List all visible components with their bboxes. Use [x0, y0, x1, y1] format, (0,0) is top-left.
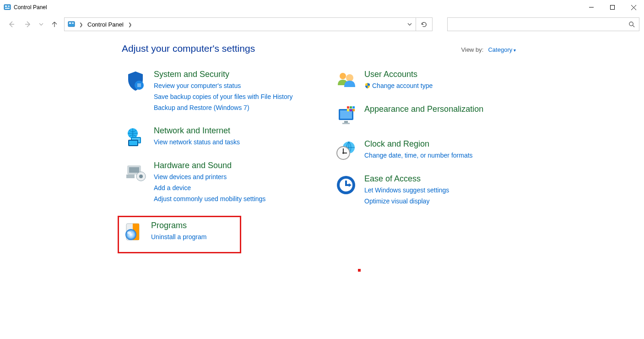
svg-rect-41 — [350, 109, 352, 111]
view-by: View by: Category — [461, 46, 516, 53]
category-title[interactable]: User Accounts — [364, 70, 433, 79]
category-body: Network and InternetView network status … — [154, 126, 240, 148]
appearance-icon[interactable] — [335, 104, 357, 126]
category-body: System and SecurityReview your computer'… — [154, 70, 292, 113]
svg-line-14 — [633, 25, 634, 27]
svg-rect-0 — [4, 5, 11, 10]
category-body: Hardware and SoundView devices and print… — [154, 161, 265, 204]
svg-point-25 — [139, 175, 143, 178]
category-ease-access: Ease of AccessLet Windows suggest settin… — [332, 172, 529, 209]
category-link[interactable]: Save backup copies of your files with Fi… — [154, 92, 292, 103]
category-link[interactable]: View devices and printers — [154, 172, 265, 183]
titlebar: Control Panel — [0, 0, 644, 15]
category-link[interactable]: Review your computer's status — [154, 81, 292, 92]
control-panel-icon — [4, 4, 11, 11]
navigation-row: ❯ Control Panel ❯ — [0, 15, 644, 34]
category-link[interactable]: Optimize visual display — [364, 196, 449, 207]
category-columns: System and SecurityReview your computer'… — [122, 68, 617, 262]
svg-rect-11 — [69, 22, 71, 24]
category-title[interactable]: Hardware and Sound — [154, 161, 265, 170]
svg-rect-36 — [342, 123, 350, 124]
hardware-sound-icon[interactable] — [124, 161, 146, 183]
category-hardware-sound: Hardware and SoundView devices and print… — [122, 159, 319, 206]
annotation-dot — [358, 269, 361, 272]
svg-rect-35 — [344, 121, 348, 123]
address-bar[interactable]: ❯ Control Panel ❯ — [64, 17, 416, 31]
svg-rect-21 — [129, 141, 137, 145]
svg-rect-5 — [611, 5, 615, 10]
recent-dropdown[interactable] — [38, 17, 45, 31]
category-title[interactable]: Network and Internet — [154, 126, 240, 136]
category-link[interactable]: Add a device — [154, 183, 265, 194]
window-title: Control Panel — [14, 4, 47, 11]
search-box[interactable] — [447, 17, 639, 31]
category-link[interactable]: Change date, time, or number formats — [364, 150, 473, 161]
svg-rect-40 — [347, 109, 349, 111]
breadcrumb-item[interactable]: Control Panel — [87, 21, 124, 28]
close-button[interactable] — [623, 0, 644, 15]
left-column: System and SecurityReview your computer'… — [122, 68, 319, 262]
svg-rect-1 — [5, 5, 7, 7]
category-title[interactable]: Appearance and Personalization — [364, 104, 483, 114]
page-heading: Adjust your computer's settings — [122, 43, 255, 54]
svg-point-29 — [125, 229, 136, 240]
window-controls — [581, 0, 644, 15]
chevron-right-icon[interactable]: ❯ — [77, 22, 85, 27]
svg-rect-16 — [137, 83, 141, 87]
category-title[interactable]: Programs — [151, 221, 206, 230]
category-appearance: Appearance and Personalization — [332, 103, 529, 128]
svg-point-30 — [127, 231, 131, 234]
svg-rect-12 — [72, 22, 74, 24]
category-link[interactable]: Change account type — [364, 81, 433, 92]
refresh-button[interactable] — [416, 17, 433, 31]
svg-rect-26 — [126, 175, 135, 178]
category-body: Appearance and Personalization — [364, 104, 483, 115]
category-title[interactable]: System and Security — [154, 70, 292, 79]
clock-region-icon[interactable] — [335, 139, 357, 161]
uac-shield-icon — [364, 82, 371, 88]
up-button[interactable] — [48, 17, 61, 31]
minimize-button[interactable] — [581, 0, 602, 15]
category-user-accounts: User AccountsChange account type — [332, 68, 529, 93]
category-link[interactable]: Adjust commonly used mobility settings — [154, 194, 265, 205]
content-area: Adjust your computer's settings View by:… — [0, 34, 644, 262]
category-link[interactable]: Backup and Restore (Windows 7) — [154, 103, 292, 114]
category-link[interactable]: Uninstall a program — [151, 232, 206, 243]
search-input[interactable] — [448, 21, 624, 28]
category-body: Ease of AccessLet Windows suggest settin… — [364, 174, 449, 207]
svg-point-13 — [629, 22, 633, 25]
user-accounts-icon[interactable] — [335, 70, 357, 92]
chevron-right-icon[interactable]: ❯ — [126, 22, 134, 27]
category-link[interactable]: View network status and tasks — [154, 137, 240, 148]
svg-rect-34 — [340, 110, 352, 119]
view-by-label: View by: — [461, 46, 484, 53]
right-column: User AccountsChange account typeAppearan… — [332, 68, 529, 262]
category-title[interactable]: Clock and Region — [364, 139, 473, 149]
maximize-button[interactable] — [602, 0, 623, 15]
category-system-security: System and SecurityReview your computer'… — [122, 68, 319, 115]
programs-icon[interactable] — [122, 221, 144, 243]
svg-point-32 — [346, 74, 353, 82]
address-dropdown[interactable] — [404, 21, 416, 28]
svg-rect-39 — [352, 106, 355, 109]
svg-rect-42 — [352, 109, 355, 111]
back-button[interactable] — [5, 17, 18, 31]
svg-rect-3 — [5, 8, 10, 9]
network-internet-icon[interactable] — [124, 126, 146, 148]
search-icon[interactable] — [624, 21, 639, 28]
category-clock-region: Clock and RegionChange date, time, or nu… — [332, 137, 529, 163]
svg-rect-23 — [129, 167, 139, 173]
category-link[interactable]: Let Windows suggest settings — [364, 185, 449, 196]
category-title[interactable]: Ease of Access — [364, 174, 449, 184]
header-row: Adjust your computer's settings View by:… — [122, 43, 516, 54]
system-security-icon[interactable] — [124, 70, 146, 92]
category-body: ProgramsUninstall a program — [151, 221, 206, 243]
svg-point-47 — [342, 152, 344, 154]
svg-rect-2 — [8, 5, 10, 7]
svg-point-31 — [340, 73, 346, 79]
view-by-dropdown[interactable]: Category — [488, 46, 516, 53]
ease-access-icon[interactable] — [335, 174, 357, 196]
forward-button[interactable] — [21, 17, 35, 31]
category-body: Clock and RegionChange date, time, or nu… — [364, 139, 473, 161]
svg-rect-37 — [347, 106, 349, 109]
